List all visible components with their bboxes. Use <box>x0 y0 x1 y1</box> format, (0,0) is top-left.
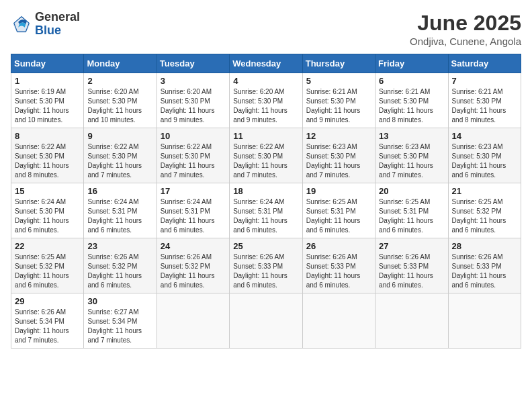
calendar-day-cell <box>448 293 521 349</box>
calendar-day-cell: 23Sunrise: 6:26 AM Sunset: 5:32 PM Dayli… <box>84 238 157 293</box>
day-info: Sunrise: 6:21 AM Sunset: 5:30 PM Dayligh… <box>452 87 517 125</box>
day-number: 20 <box>379 186 444 196</box>
calendar-day-cell: 9Sunrise: 6:22 AM Sunset: 5:30 PM Daylig… <box>84 128 157 183</box>
day-info: Sunrise: 6:26 AM Sunset: 5:33 PM Dayligh… <box>306 253 371 290</box>
day-number: 4 <box>233 76 298 86</box>
day-number: 27 <box>379 241 444 251</box>
weekday-header: Saturday <box>448 54 521 73</box>
day-number: 30 <box>87 296 152 306</box>
day-info: Sunrise: 6:25 AM Sunset: 5:31 PM Dayligh… <box>306 197 371 235</box>
day-number: 19 <box>306 186 371 196</box>
day-number: 17 <box>161 186 226 196</box>
day-info: Sunrise: 6:20 AM Sunset: 5:30 PM Dayligh… <box>87 87 152 125</box>
calendar-day-cell: 4Sunrise: 6:20 AM Sunset: 5:30 PM Daylig… <box>230 73 302 128</box>
day-info: Sunrise: 6:20 AM Sunset: 5:30 PM Dayligh… <box>233 87 298 125</box>
calendar-day-cell: 24Sunrise: 6:26 AM Sunset: 5:32 PM Dayli… <box>157 238 229 293</box>
day-info: Sunrise: 6:24 AM Sunset: 5:31 PM Dayligh… <box>161 197 226 235</box>
calendar-day-cell: 2Sunrise: 6:20 AM Sunset: 5:30 PM Daylig… <box>84 73 157 128</box>
weekday-header: Friday <box>375 54 448 73</box>
calendar-day-cell: 21Sunrise: 6:25 AM Sunset: 5:32 PM Dayli… <box>448 183 521 238</box>
weekday-header: Monday <box>84 54 157 73</box>
calendar-day-cell: 7Sunrise: 6:21 AM Sunset: 5:30 PM Daylig… <box>448 73 521 128</box>
calendar-day-cell: 22Sunrise: 6:25 AM Sunset: 5:32 PM Dayli… <box>11 238 84 293</box>
page-header: General Blue June 2025 Ondjiva, Cunene, … <box>11 11 521 47</box>
day-info: Sunrise: 6:21 AM Sunset: 5:30 PM Dayligh… <box>379 87 444 125</box>
day-info: Sunrise: 6:22 AM Sunset: 5:30 PM Dayligh… <box>161 142 226 180</box>
calendar-header-row: SundayMondayTuesdayWednesdayThursdayFrid… <box>11 54 521 73</box>
day-number: 26 <box>306 241 371 251</box>
day-number: 9 <box>87 131 152 141</box>
calendar-day-cell: 30Sunrise: 6:27 AM Sunset: 5:34 PM Dayli… <box>84 293 157 349</box>
day-info: Sunrise: 6:23 AM Sunset: 5:30 PM Dayligh… <box>379 142 444 180</box>
calendar-day-cell <box>157 293 229 349</box>
day-info: Sunrise: 6:24 AM Sunset: 5:31 PM Dayligh… <box>87 197 152 235</box>
day-number: 22 <box>15 241 80 251</box>
calendar-day-cell: 3Sunrise: 6:20 AM Sunset: 5:30 PM Daylig… <box>157 73 229 128</box>
weekday-header: Tuesday <box>157 54 229 73</box>
calendar-day-cell: 13Sunrise: 6:23 AM Sunset: 5:30 PM Dayli… <box>375 128 448 183</box>
day-number: 18 <box>233 186 298 196</box>
calendar-day-cell <box>302 293 375 349</box>
logo: General Blue <box>11 11 80 38</box>
page-subtitle: Ondjiva, Cunene, Angola <box>410 36 521 47</box>
calendar-day-cell: 17Sunrise: 6:24 AM Sunset: 5:31 PM Dayli… <box>157 183 229 238</box>
day-number: 7 <box>452 76 517 86</box>
day-number: 12 <box>306 131 371 141</box>
day-number: 16 <box>87 186 152 196</box>
day-info: Sunrise: 6:23 AM Sunset: 5:30 PM Dayligh… <box>306 142 371 180</box>
day-info: Sunrise: 6:20 AM Sunset: 5:30 PM Dayligh… <box>161 87 226 125</box>
calendar-day-cell: 26Sunrise: 6:26 AM Sunset: 5:33 PM Dayli… <box>302 238 375 293</box>
calendar-day-cell: 28Sunrise: 6:26 AM Sunset: 5:33 PM Dayli… <box>448 238 521 293</box>
weekday-header: Wednesday <box>230 54 302 73</box>
day-info: Sunrise: 6:25 AM Sunset: 5:32 PM Dayligh… <box>15 253 80 290</box>
calendar-day-cell <box>375 293 448 349</box>
calendar-day-cell: 6Sunrise: 6:21 AM Sunset: 5:30 PM Daylig… <box>375 73 448 128</box>
logo-text: General Blue <box>35 11 80 38</box>
calendar-day-cell: 14Sunrise: 6:23 AM Sunset: 5:30 PM Dayli… <box>448 128 521 183</box>
calendar-week-row: 22Sunrise: 6:25 AM Sunset: 5:32 PM Dayli… <box>11 238 521 293</box>
day-info: Sunrise: 6:21 AM Sunset: 5:30 PM Dayligh… <box>306 87 371 125</box>
day-info: Sunrise: 6:27 AM Sunset: 5:34 PM Dayligh… <box>87 308 152 345</box>
day-number: 14 <box>452 131 517 141</box>
day-info: Sunrise: 6:22 AM Sunset: 5:30 PM Dayligh… <box>233 142 298 180</box>
calendar-day-cell: 1Sunrise: 6:19 AM Sunset: 5:30 PM Daylig… <box>11 73 84 128</box>
title-block: June 2025 Ondjiva, Cunene, Angola <box>410 11 521 47</box>
day-number: 23 <box>87 241 152 251</box>
calendar-day-cell: 18Sunrise: 6:24 AM Sunset: 5:31 PM Dayli… <box>230 183 302 238</box>
calendar-day-cell: 29Sunrise: 6:26 AM Sunset: 5:34 PM Dayli… <box>11 293 84 349</box>
day-info: Sunrise: 6:25 AM Sunset: 5:31 PM Dayligh… <box>379 197 444 235</box>
calendar-day-cell <box>230 293 302 349</box>
day-number: 8 <box>15 131 80 141</box>
weekday-header: Sunday <box>11 54 84 73</box>
day-number: 13 <box>379 131 444 141</box>
day-number: 11 <box>233 131 298 141</box>
day-number: 21 <box>452 186 517 196</box>
day-info: Sunrise: 6:24 AM Sunset: 5:30 PM Dayligh… <box>15 197 80 235</box>
calendar-week-row: 8Sunrise: 6:22 AM Sunset: 5:30 PM Daylig… <box>11 128 521 183</box>
calendar-week-row: 15Sunrise: 6:24 AM Sunset: 5:30 PM Dayli… <box>11 183 521 238</box>
day-number: 24 <box>161 241 226 251</box>
day-info: Sunrise: 6:22 AM Sunset: 5:30 PM Dayligh… <box>87 142 152 180</box>
calendar-day-cell: 19Sunrise: 6:25 AM Sunset: 5:31 PM Dayli… <box>302 183 375 238</box>
weekday-header: Thursday <box>302 54 375 73</box>
calendar-week-row: 29Sunrise: 6:26 AM Sunset: 5:34 PM Dayli… <box>11 293 521 349</box>
day-number: 1 <box>15 76 80 86</box>
day-number: 6 <box>379 76 444 86</box>
calendar-day-cell: 12Sunrise: 6:23 AM Sunset: 5:30 PM Dayli… <box>302 128 375 183</box>
day-info: Sunrise: 6:25 AM Sunset: 5:32 PM Dayligh… <box>452 197 517 235</box>
calendar-day-cell: 16Sunrise: 6:24 AM Sunset: 5:31 PM Dayli… <box>84 183 157 238</box>
page-title: June 2025 <box>410 11 521 36</box>
day-info: Sunrise: 6:23 AM Sunset: 5:30 PM Dayligh… <box>452 142 517 180</box>
logo-blue-label: Blue <box>35 24 80 38</box>
day-number: 2 <box>87 76 152 86</box>
calendar-day-cell: 5Sunrise: 6:21 AM Sunset: 5:30 PM Daylig… <box>302 73 375 128</box>
day-number: 3 <box>161 76 226 86</box>
day-info: Sunrise: 6:22 AM Sunset: 5:30 PM Dayligh… <box>15 142 80 180</box>
day-info: Sunrise: 6:19 AM Sunset: 5:30 PM Dayligh… <box>15 87 80 125</box>
day-number: 15 <box>15 186 80 196</box>
day-info: Sunrise: 6:26 AM Sunset: 5:33 PM Dayligh… <box>379 253 444 290</box>
day-number: 28 <box>452 241 517 251</box>
day-info: Sunrise: 6:26 AM Sunset: 5:34 PM Dayligh… <box>15 308 80 345</box>
day-number: 25 <box>233 241 298 251</box>
day-info: Sunrise: 6:26 AM Sunset: 5:32 PM Dayligh… <box>87 253 152 290</box>
